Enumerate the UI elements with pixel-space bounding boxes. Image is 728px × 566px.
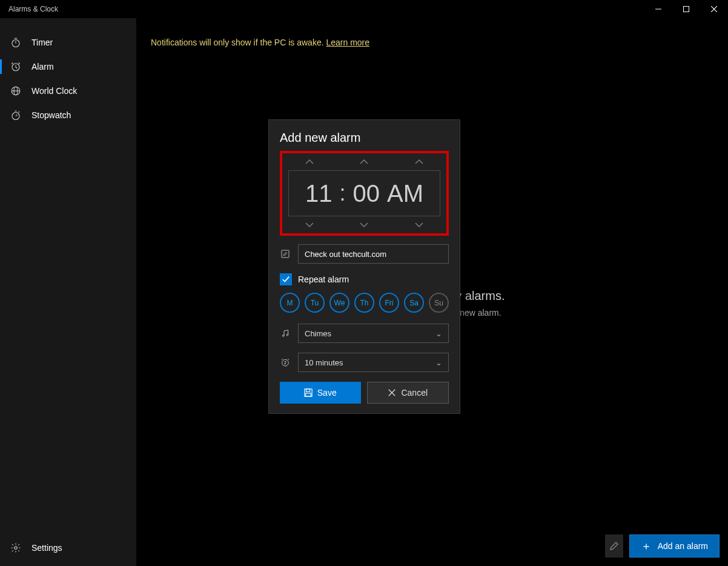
ampm-up-button[interactable] — [392, 157, 446, 167]
svg-point-22 — [286, 334, 288, 336]
repeat-label: Repeat alarm — [298, 275, 349, 284]
sound-dropdown[interactable]: Chimes ⌄ — [298, 324, 449, 343]
day-saturday[interactable]: Sa — [404, 293, 424, 313]
ampm-down-button[interactable] — [392, 220, 446, 230]
close-icon — [388, 388, 396, 397]
svg-line-25 — [288, 359, 289, 360]
hour-down-button[interactable] — [282, 220, 337, 230]
chevron-down-icon: ⌄ — [435, 329, 442, 338]
check-icon — [282, 275, 290, 284]
bottom-toolbar: ＋ Add an alarm — [605, 534, 720, 558]
maximize-button[interactable] — [672, 0, 700, 18]
svg-line-11 — [19, 62, 20, 64]
hour-up-button[interactable] — [282, 157, 337, 167]
day-monday[interactable]: M — [280, 293, 300, 313]
chevron-down-icon — [305, 220, 314, 230]
main-content: Notifications will only show if the PC i… — [136, 18, 728, 566]
close-button[interactable] — [700, 0, 728, 18]
sound-icon — [280, 328, 291, 338]
svg-line-18 — [19, 112, 20, 113]
maximize-icon — [683, 6, 689, 12]
day-tuesday[interactable]: Tu — [305, 293, 325, 313]
sidebar-item-label: World Clock — [31, 86, 77, 96]
time-separator: : — [339, 181, 345, 206]
svg-rect-1 — [684, 7, 689, 12]
sidebar-item-timer[interactable]: Timer — [0, 30, 136, 55]
svg-line-16 — [16, 115, 17, 116]
minimize-button[interactable] — [644, 0, 672, 18]
chevron-down-icon — [414, 220, 424, 230]
time-display[interactable]: 11 : 00 AM — [288, 170, 440, 216]
add-alarm-button[interactable]: ＋ Add an alarm — [629, 534, 720, 558]
titlebar: Alarms & Clock — [0, 0, 728, 18]
svg-rect-27 — [306, 389, 309, 391]
day-thursday[interactable]: Th — [354, 293, 374, 313]
hour-value: 11 — [305, 180, 333, 207]
minute-up-button[interactable] — [337, 157, 391, 167]
days-row: M Tu We Th Fri Sa Su — [280, 293, 449, 313]
alarm-name-input[interactable] — [298, 244, 449, 264]
chevron-up-icon — [414, 157, 424, 167]
cancel-label: Cancel — [401, 388, 428, 398]
snooze-value: 10 minutes — [305, 358, 343, 367]
notification-text: Notifications will only show if the PC i… — [151, 38, 326, 47]
sidebar-item-settings[interactable]: Settings — [0, 536, 136, 560]
ampm-value: AM — [387, 180, 423, 207]
chevron-up-icon — [305, 157, 314, 167]
dialog-title: Add new alarm — [280, 131, 449, 145]
sidebar-item-label: Timer — [31, 38, 53, 47]
alarm-icon — [10, 61, 22, 73]
save-label: Save — [317, 388, 337, 398]
learn-more-link[interactable]: Learn more — [326, 38, 369, 47]
save-icon — [304, 388, 313, 397]
add-alarm-label: Add an alarm — [658, 541, 708, 551]
save-button[interactable]: Save — [280, 382, 361, 404]
svg-point-21 — [282, 335, 284, 337]
chevron-up-icon — [359, 157, 369, 167]
pencil-icon — [609, 541, 619, 551]
svg-rect-28 — [305, 393, 311, 396]
minute-value: 00 — [353, 180, 380, 207]
app-title: Alarms & Clock — [0, 5, 644, 13]
sidebar: Timer Alarm World Clock Stopwatch — [0, 18, 136, 566]
cancel-button[interactable]: Cancel — [367, 382, 449, 404]
svg-rect-20 — [282, 250, 289, 258]
sidebar-item-label: Alarm — [31, 62, 54, 72]
world-clock-icon — [10, 85, 22, 97]
window-controls — [644, 0, 728, 18]
svg-line-10 — [12, 62, 13, 64]
sidebar-item-alarm[interactable]: Alarm — [0, 55, 136, 79]
time-picker-highlight: 11 : 00 AM — [280, 151, 449, 236]
day-sunday[interactable]: Su — [429, 293, 449, 313]
day-wednesday[interactable]: We — [329, 293, 349, 313]
chevron-down-icon — [359, 220, 369, 230]
snooze-icon — [280, 358, 291, 367]
close-icon — [711, 6, 717, 12]
minimize-icon — [655, 6, 661, 12]
day-friday[interactable]: Fri — [379, 293, 399, 313]
snooze-dropdown[interactable]: 10 minutes ⌄ — [298, 353, 449, 372]
sidebar-item-world-clock[interactable]: World Clock — [0, 79, 136, 103]
sound-value: Chimes — [305, 329, 331, 338]
repeat-checkbox[interactable] — [280, 273, 292, 285]
svg-point-19 — [15, 547, 18, 550]
svg-line-24 — [282, 359, 283, 360]
sidebar-item-label: Stopwatch — [31, 110, 71, 120]
stopwatch-icon — [10, 109, 22, 121]
svg-line-9 — [16, 67, 17, 68]
plus-icon: ＋ — [641, 541, 652, 551]
edit-alarms-button[interactable] — [605, 534, 623, 558]
notification-banner: Notifications will only show if the PC i… — [136, 18, 728, 67]
edit-icon — [280, 249, 291, 259]
gear-icon — [10, 542, 22, 554]
add-alarm-dialog: Add new alarm 11 : 00 AM — [268, 119, 460, 414]
sidebar-item-stopwatch[interactable]: Stopwatch — [0, 103, 136, 127]
sidebar-item-label: Settings — [31, 543, 62, 553]
chevron-down-icon: ⌄ — [435, 358, 442, 367]
timer-icon — [10, 36, 22, 48]
minute-down-button[interactable] — [337, 220, 391, 230]
